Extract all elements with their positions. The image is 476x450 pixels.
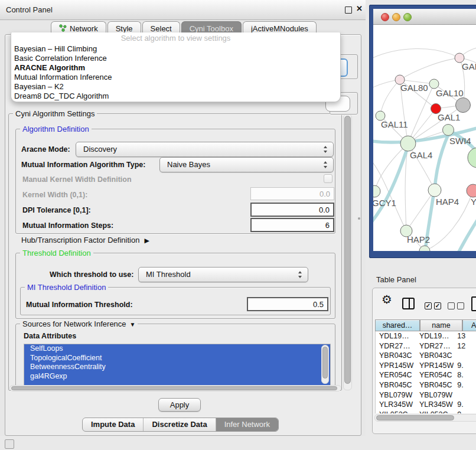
table-cell: YER054C <box>416 370 454 380</box>
mi-threshold-input[interactable] <box>247 297 328 311</box>
algorithm-option-dream8-dc-tdc-algorithm[interactable]: Dream8 DC_TDC Algorithm <box>14 92 338 101</box>
table-cell: 13 <box>454 331 476 341</box>
close-window-icon[interactable]: ✕ <box>356 4 363 13</box>
algorithm-option-mutual-information-inference[interactable]: Mutual Information Inference <box>14 73 338 82</box>
apply-button[interactable]: Apply <box>158 398 201 412</box>
settings-vscrollbar-track[interactable] <box>343 114 352 390</box>
manual-kernel-checkbox[interactable] <box>324 174 332 183</box>
network-view-window: GALGAL80GAL10GAL1GAL11SWI4GAL4GCY1HAP4YH… <box>369 5 476 258</box>
column-header-name[interactable]: name <box>420 319 462 331</box>
table-cell: YIL052C <box>376 410 416 413</box>
network-canvas[interactable]: GALGAL80GAL10GAL1GAL11SWI4GAL4GCY1HAP4YH… <box>373 25 476 251</box>
zoom-button[interactable] <box>403 13 412 21</box>
network-node-label-swi4: SWI4 <box>449 136 471 146</box>
settings-gear-icon[interactable]: ⚙ <box>382 292 392 306</box>
network-node-label-gal10: GAL10 <box>436 88 464 98</box>
table-row[interactable]: YER054CYER054C8. <box>376 370 476 380</box>
which-threshold-select[interactable]: MI Threshold <box>138 267 308 282</box>
network-edge <box>400 58 459 80</box>
network-node-gal4[interactable] <box>400 136 416 151</box>
table-row[interactable]: YLR345WYLR345W9. <box>376 400 476 410</box>
kernel-width-input[interactable] <box>250 187 334 200</box>
tab-discretize-data[interactable]: Discretize Data <box>144 418 216 431</box>
table-cell: YBR043C <box>376 351 416 361</box>
table-row[interactable]: YBR043CYBR043C <box>376 351 476 361</box>
sources-title[interactable]: Sources for Network Inference▼ <box>20 319 138 328</box>
attribute-item-selfloops[interactable]: SelfLoops <box>24 344 330 354</box>
expander-right-triangle-icon: ▶ <box>144 237 149 244</box>
table-hscrollbar-thumb[interactable] <box>376 415 454 420</box>
deselect-all-checkbox-icon2[interactable] <box>457 302 464 309</box>
close-button[interactable] <box>381 13 389 21</box>
table-hscrollbar-track[interactable] <box>374 414 476 422</box>
splitter-handle[interactable] <box>358 217 360 220</box>
mi-algorithm-type-select[interactable]: Naive Bayes <box>159 157 334 172</box>
mi-steps-label: Mutual Information Steps: <box>22 221 113 230</box>
table-row[interactable]: YDR27…YDR27…12 <box>376 341 476 351</box>
table-row[interactable]: YPR145WYPR145W9. <box>376 361 476 371</box>
algorithm-option-bayesian-hill-climbing[interactable]: Bayesian – Hill Climbing <box>14 44 338 54</box>
which-threshold-value: MI Threshold <box>146 270 191 279</box>
collapsed-panel-button[interactable] <box>5 439 14 449</box>
control-panel-titlebar: Control Panel ✕ <box>0 0 366 20</box>
mi-steps-input[interactable] <box>250 218 334 232</box>
network-node-gal10[interactable] <box>429 79 439 89</box>
float-window-icon[interactable] <box>345 6 352 14</box>
network-node-label-gal11: GAL11 <box>381 119 408 129</box>
algorithm-option-basic-correlation-inference[interactable]: Basic Correlation Inference <box>14 54 338 63</box>
algorithm-option-aracne-algorithm[interactable]: ARACNE Algorithm <box>14 63 338 73</box>
select-all-checkbox-icon[interactable]: ✓ <box>425 302 432 309</box>
network-node-green-node[interactable] <box>468 148 476 168</box>
algorithm-option-bayesian-k2[interactable]: Bayesian – K2 <box>14 82 338 92</box>
settings-hscrollbar-thumb[interactable] <box>11 386 337 390</box>
column-layout-icon[interactable] <box>402 298 415 309</box>
data-attributes-list[interactable]: SelfLoopsTopologicalCoefficientBetweenne… <box>24 344 331 386</box>
new-table-icon[interactable] <box>471 296 476 311</box>
aracne-mode-select[interactable]: Discovery <box>76 142 334 157</box>
column-header-a[interactable]: A <box>462 319 476 331</box>
network-edge <box>435 135 448 190</box>
sources-title-text: Sources for Network Inference <box>22 319 126 328</box>
hub-definition-expander[interactable]: Hub/Transcription Factor Definition▶ <box>21 236 149 244</box>
algorithm-select-popup: Select algorithm to view settings Bayesi… <box>11 32 341 102</box>
settings-vscrollbar-thumb[interactable] <box>344 116 351 384</box>
dpi-tolerance-input[interactable] <box>250 203 334 217</box>
attributes-scrollbar-track[interactable] <box>321 345 329 384</box>
network-node-gcy1[interactable] <box>373 185 380 197</box>
network-node-gray-node[interactable] <box>456 98 471 113</box>
minimize-button[interactable] <box>392 13 400 21</box>
attributes-scrollbar-thumb[interactable] <box>322 347 328 379</box>
attribute-item-topologicalcoefficient[interactable]: TopologicalCoefficient <box>24 354 330 363</box>
table-row[interactable]: YBR045CYBR045C9. <box>376 380 476 390</box>
network-node-label-gcy1: GCY1 <box>373 198 396 208</box>
tab-impute-data[interactable]: Impute Data <box>83 418 144 431</box>
panel-title: Control Panel <box>6 5 53 14</box>
network-node-label-gal80: GAL80 <box>400 83 428 93</box>
settings-group-title: Cyni Algorithm Settings <box>13 109 97 118</box>
attribute-item-betweennesscentrality[interactable]: BetweennessCentrality <box>24 363 330 372</box>
column-header-shared[interactable]: shared… <box>375 319 420 331</box>
table-row[interactable]: YBL079WYBL079W <box>376 390 476 400</box>
mi-type-label: Mutual Information Algorithm Type: <box>21 161 145 169</box>
network-node-hap4[interactable] <box>428 184 441 197</box>
table-cell <box>454 351 476 361</box>
attribute-item-gal4rgexp[interactable]: gal4RGexp <box>24 372 330 381</box>
network-edge <box>380 80 400 116</box>
settings-hscrollbar-track[interactable] <box>9 385 341 392</box>
select-all-checkbox-icon2[interactable]: ✓ <box>434 302 441 309</box>
mi-threshold-title: MI Threshold Definition <box>25 283 108 292</box>
table-row[interactable]: YIL052CYIL052C9 <box>376 410 476 413</box>
table-cell: 9. <box>454 400 476 410</box>
deselect-all-checkbox-icon[interactable] <box>448 302 455 309</box>
table-cell: YBR045C <box>416 380 454 390</box>
aracne-mode-value: Discovery <box>83 145 117 154</box>
table-cell: YBL079W <box>376 390 416 400</box>
network-node-label-gal-top: GAL <box>462 61 476 71</box>
table-cell: YLR345W <box>376 400 416 410</box>
table-row[interactable]: YDL19…YDL19…13 <box>376 331 476 341</box>
tab-infer-network[interactable]: Infer Network <box>216 418 278 431</box>
network-node-swi4[interactable] <box>443 125 454 136</box>
network-window-titlebar <box>373 9 476 25</box>
tab-label: Network <box>70 24 98 33</box>
network-node-salmon-node[interactable] <box>467 184 476 197</box>
